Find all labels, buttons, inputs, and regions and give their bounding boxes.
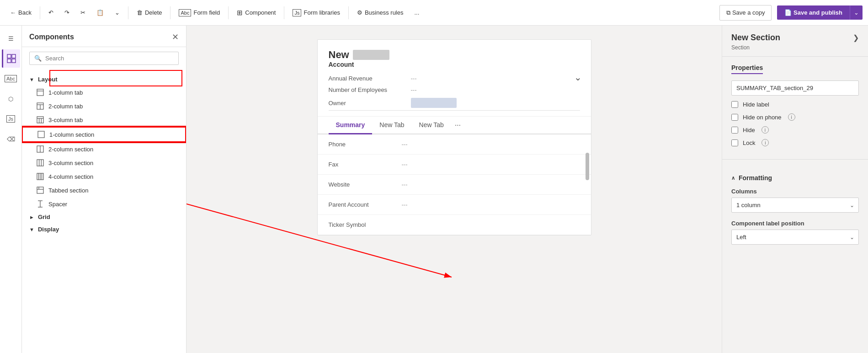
component-label: Component [245,9,276,16]
hide-on-phone-info-icon[interactable]: i [788,113,795,121]
components-button[interactable] [2,49,20,68]
1col-tab-icon [37,89,44,96]
hide-checkbox[interactable] [731,127,738,134]
tree-button[interactable]: ⌫ [2,130,20,148]
columns-select[interactable]: 1 column 2 columns 3 columns 4 columns [731,198,859,213]
grid-section-label: Grid [38,214,50,220]
chevron-down-small-icon: ⌄ [854,9,859,16]
hide-label-checkbox[interactable] [731,101,738,108]
label-position-select[interactable]: Left Right Center Top [731,230,859,245]
hide-info-icon[interactable]: i [761,126,769,134]
field-row-owner: Owner [329,96,580,110]
undo-icon: ↶ [48,9,53,16]
props-subtitle: Section [722,44,868,57]
hide-on-phone-checkbox[interactable] [731,114,738,121]
display-section-label: Display [38,226,59,233]
component-item-1col-section[interactable]: 1-column section [22,127,186,142]
tab-summary[interactable]: Summary [329,117,373,134]
form-field-button[interactable]: Abc Form field [174,6,224,19]
panel-close-button[interactable]: ✕ [172,32,179,42]
save-publish-label: Save and publish [793,9,842,16]
delete-button[interactable]: 🗑 Delete [132,6,167,19]
tabbed-section-icon [37,187,44,194]
layout-section-header[interactable]: ▼ Layout [22,73,186,86]
field-row-fax: Fax --- [318,155,591,175]
expand-chevron[interactable]: ⌄ [574,72,582,83]
hamburger-menu-button[interactable]: ☰ [2,29,20,48]
tab-more-button[interactable]: ⋯ [451,117,464,133]
spacer-icon [37,200,44,208]
save-publish-dropdown-button[interactable]: ⌄ [850,5,863,20]
toolbar-divider-6 [348,6,349,19]
tab-new-tab-1[interactable]: New Tab [372,117,411,134]
tree-icon: ⌫ [7,136,15,143]
component-item-tabbed-section[interactable]: Tabbed section [22,183,186,197]
form-tabs: Summary New Tab New Tab ⋯ [318,117,591,134]
js-bar-icon: Js [6,115,15,123]
field-row-parent-account: Parent Account --- [318,195,591,215]
back-button[interactable]: ← Back [5,6,36,19]
form-title-field[interactable] [353,50,389,60]
svg-rect-3 [12,59,16,63]
section-name-input[interactable] [731,80,859,96]
tab-new-tab-2[interactable]: New Tab [412,117,451,134]
display-collapse-icon: ▼ [29,227,34,232]
search-input[interactable] [45,55,174,62]
save-copy-label: Save a copy [732,9,765,16]
js-icon: Js [293,9,301,16]
more-down-button[interactable]: ⌄ [110,6,124,19]
props-divider [722,159,868,160]
svg-rect-13 [38,131,44,138]
layout-section-label: Layout [38,76,58,83]
scroll-thumb[interactable] [586,153,589,180]
field-annual-revenue-value: --- [411,75,417,82]
field-row-ticker: Ticker Symbol [318,215,591,235]
cut-button[interactable]: ✂ [76,6,90,19]
4col-section-icon [37,173,44,180]
save-copy-button[interactable]: ⧉ Save a copy [719,5,772,21]
back-arrow-icon: ← [10,9,16,16]
component-item-3col-section[interactable]: 3-column section [22,156,186,170]
save-publish-button[interactable]: 📄 Save and publish [777,5,850,20]
more-button[interactable]: ... [410,6,424,19]
3col-tab-icon [37,116,44,123]
props-expand-button[interactable]: ❯ [853,33,859,42]
component-item-3col-tab[interactable]: 3-column tab [22,113,186,127]
business-rules-button[interactable]: ⚙ Business rules [352,6,408,19]
component-item-spacer[interactable]: Spacer [22,197,186,211]
component-item-1col-tab[interactable]: 1-column tab [22,86,186,99]
columns-select-wrapper: 1 column 2 columns 3 columns 4 columns ⌄ [731,198,859,213]
chevron-down-icon: ⌄ [115,9,120,16]
component-item-4col-section[interactable]: 4-column section [22,170,186,183]
field-annual-revenue-label: Annual Revenue [329,75,411,82]
label-position-select-wrapper: Left Right Center Top ⌄ [731,230,859,245]
component-item-2col-section[interactable]: 2-column section [22,142,186,156]
search-box[interactable]: 🔍 [29,52,179,65]
field-owner-label: Owner [329,100,411,107]
display-section-header[interactable]: ▼ Display [22,223,186,235]
component-button[interactable]: ⊞ Component [232,6,280,20]
form-field-label: Form field [193,9,220,16]
text-field-button[interactable]: Abc [2,70,20,88]
props-title: New Section [731,33,780,43]
component-item-2col-tab[interactable]: 2-column tab [22,99,186,113]
toolbar-divider-4 [228,6,229,19]
undo-button[interactable]: ↶ [44,6,58,19]
layers-button[interactable]: ⬡ [2,90,20,108]
grid-section-header[interactable]: ► Grid [22,211,186,223]
field-employees-label: Number of Employees [329,86,411,93]
svg-rect-16 [37,160,43,166]
scissors-icon: ✂ [80,9,85,16]
js-bar-button[interactable]: Js [2,110,20,128]
hide-label-text: Hide label [743,101,769,108]
paste-button[interactable]: 📋 [92,6,108,19]
components-panel: Components ✕ 🔍 ▼ Layout 1-column t [22,26,186,353]
lock-checkbox[interactable] [731,139,738,146]
lock-info-icon[interactable]: i [761,139,769,146]
save-copy-icon: ⧉ [726,9,730,16]
redo-button[interactable]: ↷ [60,6,74,19]
form-libraries-button[interactable]: Js Form libraries [288,6,344,19]
toolbar-divider-3 [170,6,170,19]
1col-section-icon [37,131,45,138]
hide-text: Hide [743,127,755,134]
